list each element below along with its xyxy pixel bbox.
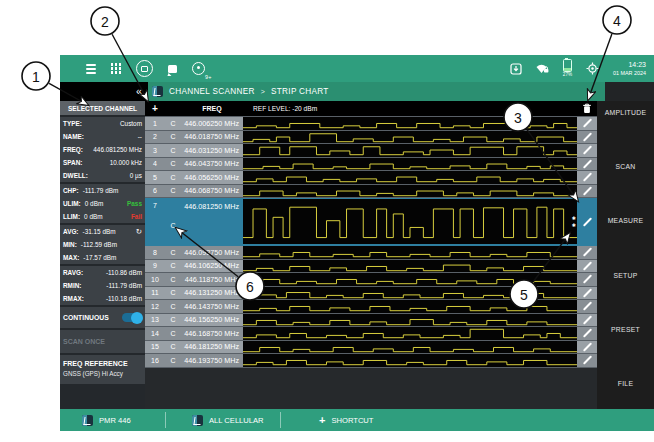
channel-row[interactable]: 15C446.181250 MHz (145, 341, 597, 355)
edit-channel-button[interactable] (577, 246, 597, 259)
channel-type-tag: C (165, 117, 181, 130)
channel-row[interactable]: 11C446.131250 MHz (145, 287, 597, 301)
strip-chart-cell[interactable] (243, 314, 577, 327)
delete-channels-button[interactable] (577, 101, 597, 116)
strip-chart-cell[interactable] (243, 144, 577, 157)
panel-field-row: FREQ:446.081250 MHz (60, 143, 145, 156)
collapse-panel-button[interactable]: « (136, 86, 142, 97)
breadcrumb-app: CHANNEL SCANNER (169, 87, 255, 96)
freq-column-header: FREQ (181, 101, 243, 116)
edit-channel-button[interactable] (577, 198, 597, 245)
strip-chart-cell[interactable] (243, 171, 577, 184)
strip-chart-cell[interactable] (243, 300, 577, 313)
strip-marker-icons[interactable]: ✱✱ (572, 216, 576, 228)
edit-channel-button[interactable] (577, 158, 597, 171)
freq-reference-button[interactable]: FREQ REFERENCE GNSS (GPS) Hi Accy (60, 355, 145, 384)
channel-frequency: 446.118750 MHz (181, 273, 243, 286)
strip-chart-cell[interactable] (243, 246, 577, 259)
strip-chart-cell[interactable] (243, 354, 577, 367)
edit-channel-button[interactable] (577, 117, 597, 130)
channel-row[interactable]: 16C446.193750 MHz (145, 354, 597, 368)
notifications-icon[interactable]: 9+ (192, 62, 205, 75)
add-shortcut-button[interactable]: + SHORTCUT (281, 409, 374, 431)
left-panel-filler (60, 386, 145, 409)
edit-channel-button[interactable] (577, 260, 597, 273)
strip-chart-cell[interactable] (243, 287, 577, 300)
sidebar-item-preset[interactable]: PRESET (597, 326, 654, 333)
edit-channel-button[interactable] (577, 314, 597, 327)
channel-row[interactable]: 10C446.118750 MHz (145, 273, 597, 287)
callout-number: 1 (32, 69, 40, 85)
field-value: -111.79 dBm (106, 282, 142, 289)
header-tag-cell (165, 101, 181, 116)
field-value: -17.57 dBm (83, 254, 116, 261)
message-icon[interactable] (168, 65, 177, 73)
edit-channel-button[interactable] (577, 131, 597, 144)
menu-icon[interactable] (86, 64, 96, 74)
sidebar-item-file[interactable]: FILE (597, 380, 654, 387)
edit-channel-button[interactable] (577, 354, 597, 367)
continuous-toggle[interactable] (122, 313, 142, 322)
channel-frequency: 446.143750 MHz (181, 300, 243, 313)
channel-row[interactable]: 12C446.143750 MHz (145, 300, 597, 314)
edit-channel-button[interactable] (577, 171, 597, 184)
channel-row[interactable]: 5C446.056250 MHz (145, 171, 597, 185)
strip-chart-grid: + FREQ REF LEVEL: -20 dBm 1C446.006250 M… (145, 101, 597, 409)
channel-row[interactable]: 4C446.043750 MHz (145, 158, 597, 172)
apps-grid-icon[interactable] (111, 63, 121, 73)
edit-channel-button[interactable] (577, 341, 597, 354)
camera-icon[interactable] (136, 60, 153, 77)
channel-row[interactable]: 1C446.006250 MHz (145, 117, 597, 131)
channel-row-selected[interactable]: 7C446.081250 MHz✱✱ (145, 198, 597, 246)
add-channel-button[interactable]: + (145, 101, 165, 116)
restart-average-icon[interactable]: ↻ (136, 228, 142, 236)
strip-chart-cell[interactable]: ✱✱ (243, 198, 577, 245)
breadcrumb-separator-icon: > (261, 88, 265, 95)
edit-channel-button[interactable] (577, 144, 597, 157)
shortcut-all-cellular[interactable]: ALL CELLULAR (166, 409, 280, 431)
add-shortcut-label: SHORTCUT (331, 416, 373, 425)
field-label: TYPE: (63, 120, 82, 127)
pencil-icon (582, 288, 591, 297)
scan-once-button[interactable]: SCAN ONCE (60, 330, 145, 353)
channel-row[interactable]: 2C446.018750 MHz (145, 131, 597, 145)
strip-chart-cell[interactable] (243, 341, 577, 354)
strip-chart-cell[interactable] (243, 131, 577, 144)
pencil-icon (582, 217, 591, 226)
sidebar-item-scan[interactable]: SCAN (597, 163, 654, 170)
field-value: -111.79 dBm (83, 187, 119, 194)
strip-chart-cell[interactable] (243, 327, 577, 340)
sidebar-item-measure[interactable]: MEASURE (597, 217, 654, 224)
callout-circle (91, 7, 119, 35)
edit-channel-button[interactable] (577, 185, 597, 198)
sidebar-item-setup[interactable]: SETUP (597, 272, 654, 279)
download-icon[interactable] (510, 63, 522, 75)
shortcut-pmr446[interactable]: PMR 446 (60, 409, 165, 431)
field-value: 0 dBm (84, 213, 102, 220)
strip-chart-cell[interactable] (243, 273, 577, 286)
edit-channel-button[interactable] (577, 300, 597, 313)
strip-chart-cell[interactable] (243, 158, 577, 171)
freq-reference-label: FREQ REFERENCE (63, 360, 142, 367)
channel-row[interactable]: 6C446.068750 MHz (145, 185, 597, 199)
panel-field-row: DWELL:0 µs (60, 169, 145, 182)
sidebar-item-amplitude[interactable]: AMPLITUDE (597, 109, 654, 116)
strip-chart-cell[interactable] (243, 185, 577, 198)
shortcut-all-cellular-label: ALL CELLULAR (209, 416, 264, 425)
strip-chart-cell[interactable] (243, 260, 577, 273)
panel-field-row: SPAN:10.000 kHz (60, 156, 145, 169)
channel-row[interactable]: 8C446.093750 MHz (145, 246, 597, 260)
strip-chart-cell[interactable] (243, 117, 577, 130)
edit-channel-button[interactable] (577, 273, 597, 286)
channel-row[interactable]: 9C446.106250 MHz (145, 260, 597, 274)
edit-channel-button[interactable] (577, 327, 597, 340)
channel-row[interactable]: 3C446.031250 MHz (145, 144, 597, 158)
strip-marker-icon: ✱ (572, 216, 576, 221)
channel-row[interactable]: 13C446.156250 MHz (145, 314, 597, 328)
channel-row[interactable]: 14C446.168750 MHz (145, 327, 597, 341)
channel-number: 1 (145, 117, 165, 130)
field-label: DWELL: (63, 172, 88, 179)
field-label: AVG: (63, 228, 79, 235)
edit-channel-button[interactable] (577, 287, 597, 300)
pencil-icon (582, 248, 591, 257)
